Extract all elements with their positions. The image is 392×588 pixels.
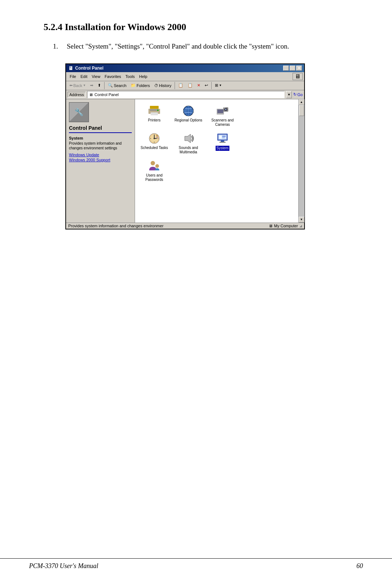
- scroll-up-button[interactable]: ▲: [299, 99, 305, 105]
- menu-favorites[interactable]: Favorites: [102, 74, 123, 79]
- scrollbar-track[interactable]: [299, 105, 305, 217]
- icon-regional-options-label: Regional Options: [175, 118, 203, 123]
- menu-tools[interactable]: Tools: [123, 74, 137, 79]
- svg-rect-15: [224, 107, 225, 108]
- icons-grid-row2: Users and Passwords: [138, 157, 295, 183]
- paste-icon: 📋: [188, 83, 193, 88]
- undo-icon: ↩: [205, 83, 208, 88]
- icon-users-passwords-label: Users and Passwords: [139, 173, 169, 182]
- address-field[interactable]: 🖥 Control Panel: [87, 91, 285, 98]
- delete-button[interactable]: ✕: [195, 82, 202, 89]
- copy-icon: 📋: [178, 83, 183, 88]
- sidebar-logo-image: 🔧: [69, 102, 89, 122]
- svg-marker-26: [185, 134, 191, 143]
- titlebar-left: 🖥 Control Panel: [68, 65, 103, 71]
- close-button[interactable]: ✕: [296, 66, 302, 71]
- forward-button[interactable]: ➡: [88, 82, 95, 89]
- menu-file[interactable]: File: [68, 74, 78, 79]
- sidebar-panel-title: Control Panel: [69, 125, 132, 133]
- svg-rect-34: [222, 137, 225, 138]
- sidebar-link-windows-support[interactable]: Windows 2000 Support: [69, 158, 132, 162]
- scrollbar: ▲ ▼: [298, 99, 304, 223]
- up-button[interactable]: ⬆: [96, 82, 103, 89]
- svg-point-20: [154, 138, 155, 139]
- folders-button[interactable]: 📁 Folders: [129, 82, 152, 89]
- menubar: File Edit View Favorites Tools Help 🖥: [66, 72, 304, 81]
- maximize-button[interactable]: □: [290, 66, 295, 71]
- back-button[interactable]: ⬅ Back ▼: [68, 82, 87, 89]
- sidebar-logo-wrapper: 🔧: [69, 102, 89, 122]
- titlebar: 🖥 Control Panel _ □ ✕: [66, 64, 304, 72]
- search-button[interactable]: 🔍 Search: [106, 82, 128, 89]
- history-button[interactable]: ⏱ History: [152, 82, 173, 89]
- scroll-down-button[interactable]: ▼: [299, 217, 305, 223]
- step-number: 1.: [44, 41, 58, 52]
- statusbar-resize-icon: ◢: [299, 224, 302, 228]
- icon-printers[interactable]: Printers: [138, 104, 171, 128]
- forward-icon: ➡: [90, 83, 93, 88]
- svg-point-36: [155, 164, 159, 168]
- undo-button[interactable]: ↩: [203, 82, 210, 89]
- svg-rect-31: [220, 142, 226, 142]
- icons-grid: Printers: [138, 102, 295, 156]
- menu-help[interactable]: Help: [137, 74, 150, 79]
- svg-rect-3: [151, 112, 158, 115]
- svg-point-35: [151, 161, 155, 165]
- icon-regional-options[interactable]: Regional Options: [172, 104, 205, 128]
- page-footer: PCM-3370 User's Manual 60: [0, 558, 392, 570]
- svg-rect-0: [150, 106, 159, 109]
- copy-button[interactable]: 📋: [176, 82, 185, 89]
- menu-edit[interactable]: Edit: [78, 74, 90, 79]
- folders-label: Folders: [136, 83, 150, 88]
- folders-icon: 📁: [131, 83, 136, 88]
- icon-scheduled-tasks-label: Scheduled Tasks: [140, 146, 168, 150]
- view-button[interactable]: ⊞ ▼: [213, 82, 224, 89]
- icon-scheduled-tasks[interactable]: Scheduled Tasks: [138, 131, 171, 156]
- step-1: 1. Select "System", "Settings", "Control…: [44, 41, 363, 52]
- delete-icon: ✕: [197, 83, 200, 88]
- toolbar-separator-1: [104, 82, 105, 89]
- icon-sounds-multimedia[interactable]: Sounds and Multimedia: [172, 131, 205, 156]
- search-label: Search: [114, 83, 126, 88]
- paste-button[interactable]: 📋: [186, 82, 195, 89]
- statusbar-right: 🖥 My Computer ◢: [269, 224, 302, 228]
- search-icon: 🔍: [108, 83, 113, 88]
- section-title: 5.2.4 Installation for Windows 2000: [44, 22, 363, 33]
- statusbar: Provides system information and changes …: [66, 223, 304, 229]
- minimize-button[interactable]: _: [283, 66, 289, 71]
- svg-point-4: [157, 109, 159, 111]
- icon-system[interactable]: System: [206, 131, 239, 156]
- window-controls: _ □ ✕: [283, 66, 302, 71]
- go-icon: ↻: [293, 92, 297, 97]
- svg-rect-32: [220, 136, 222, 138]
- menu-view[interactable]: View: [90, 74, 103, 79]
- icon-scanners-cameras[interactable]: Scanners and Cameras: [206, 104, 239, 128]
- control-panel-window: 🖥 Control Panel _ □ ✕ File Edit View Fav…: [65, 63, 305, 229]
- sounds-icon: [183, 133, 194, 144]
- history-icon: ⏱: [154, 83, 158, 88]
- sidebar-link-windows-update[interactable]: Windows Update: [69, 153, 132, 157]
- sidebar-section-title: System: [69, 136, 132, 140]
- svg-rect-30: [221, 140, 224, 142]
- sidebar: 🔧 Control Panel System Provides system i…: [66, 99, 135, 223]
- icon-users-passwords[interactable]: Users and Passwords: [138, 159, 171, 183]
- scrollbar-thumb[interactable]: [299, 105, 304, 116]
- sidebar-description: Provides system information and changes …: [69, 141, 132, 150]
- footer-left: PCM-3370 User's Manual: [29, 562, 98, 570]
- back-icon: ⬅: [69, 83, 73, 88]
- statusbar-computer-label: My Computer: [274, 224, 298, 228]
- svg-rect-11: [217, 109, 223, 113]
- go-button[interactable]: ↻ Go: [293, 92, 303, 97]
- toolbar-separator-3: [211, 82, 212, 89]
- history-label: History: [159, 83, 171, 88]
- icon-system-label: System: [216, 146, 229, 151]
- svg-point-25: [156, 134, 158, 137]
- up-icon: ⬆: [98, 83, 101, 88]
- sidebar-logo-area: 🔧: [69, 102, 132, 122]
- go-label: Go: [297, 92, 303, 97]
- address-dropdown[interactable]: ▼: [286, 91, 292, 98]
- address-label: Address: [68, 92, 86, 98]
- view-dropdown-icon: ▼: [219, 84, 222, 87]
- globe-icon: [183, 105, 194, 117]
- view-icon: ⊞: [215, 83, 218, 88]
